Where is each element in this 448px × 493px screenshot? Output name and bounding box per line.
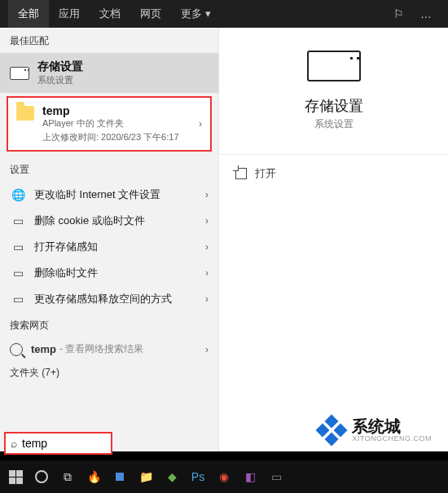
open-action[interactable]: 打开: [219, 154, 448, 192]
best-match-subtitle: 系统设置: [37, 74, 83, 86]
chevron-right-icon: ›: [205, 241, 209, 253]
feedback-icon[interactable]: ⚐: [385, 7, 412, 20]
chevron-right-icon: ›: [205, 215, 209, 227]
tab-apps[interactable]: 应用: [49, 0, 90, 28]
settings-item-delete-cookies[interactable]: ▭ 删除 cookie 或临时文件 ›: [0, 208, 218, 234]
results-panel: 最佳匹配 存储设置 系统设置 temp APlayer 中的 文件夹 上次修改时…: [0, 28, 219, 451]
preview-title: 存储设置: [305, 96, 363, 116]
top-tab-bar: 全部 应用 文档 网页 更多 ▾ ⚐ …: [0, 0, 448, 28]
chevron-right-icon: ›: [205, 267, 209, 279]
settings-item-label: 更改临时 Internet 文件设置: [34, 187, 160, 202]
folder-location: APlayer 中的 文件夹: [42, 117, 179, 130]
task-view-icon[interactable]: ⧉: [59, 468, 77, 486]
folder-icon: [16, 106, 34, 121]
wechat-icon[interactable]: ◆: [163, 468, 181, 486]
taskbar-app-4[interactable]: ◧: [241, 468, 259, 486]
logo-icon: [318, 416, 345, 444]
drive-icon: ▭: [10, 291, 26, 307]
chevron-right-icon: ›: [205, 189, 209, 200]
search-web-item[interactable]: temp - 查看网络搜索结果 ›: [0, 337, 218, 361]
search-web-query: temp: [31, 343, 56, 355]
search-icon: ⌕: [11, 437, 17, 450]
drive-icon: ▭: [10, 213, 26, 229]
tab-more[interactable]: 更多 ▾: [171, 0, 221, 28]
logo-text-en: XITONGCHENG.COM: [352, 434, 432, 442]
search-web-label: 搜索网页: [0, 312, 218, 337]
best-match-item[interactable]: 存储设置 系统设置: [0, 53, 218, 93]
logo-text-cn: 系统城: [352, 418, 432, 434]
settings-item-storage-sense-config[interactable]: ▭ 更改存储感知释放空间的方式 ›: [0, 286, 218, 312]
tab-web[interactable]: 网页: [130, 0, 171, 28]
tab-all[interactable]: 全部: [8, 0, 49, 28]
settings-item-label: 打开存储感知: [34, 240, 98, 254]
drive-icon: ▭: [10, 239, 26, 255]
taskbar-app-5[interactable]: ▭: [267, 468, 285, 486]
chevron-right-icon: ›: [205, 293, 209, 305]
storage-large-icon: [307, 51, 361, 81]
settings-item-delete-temp[interactable]: ▭ 删除临时文件 ›: [0, 260, 218, 286]
best-match-label: 最佳匹配: [0, 28, 218, 53]
photoshop-icon[interactable]: Ps: [189, 468, 207, 486]
taskbar-app-1[interactable]: 🔥: [85, 468, 103, 486]
cortana-icon[interactable]: [33, 468, 51, 486]
preview-panel: 存储设置 系统设置 打开: [219, 28, 448, 451]
taskbar-app-2[interactable]: [111, 468, 129, 486]
best-match-title: 存储设置: [37, 59, 83, 74]
open-icon: [235, 168, 247, 179]
start-button[interactable]: [7, 468, 24, 486]
open-label: 打开: [255, 166, 276, 181]
taskbar-app-3[interactable]: ◉: [215, 468, 233, 486]
chevron-right-icon: ›: [199, 118, 202, 130]
folder-name: temp: [42, 104, 179, 117]
preview-subtitle: 系统设置: [314, 117, 354, 131]
globe-icon: 🌐: [10, 187, 26, 203]
more-icon[interactable]: …: [412, 7, 440, 20]
folder-result[interactable]: temp APlayer 中的 文件夹 上次修改时间: 2020/6/23 下午…: [7, 96, 212, 152]
folders-count-label: 文件夹 (7+): [0, 361, 218, 383]
tab-documents[interactable]: 文档: [90, 0, 130, 28]
search-box[interactable]: ⌕: [4, 432, 112, 455]
settings-item-label: 删除 cookie 或临时文件: [34, 213, 145, 228]
drive-icon: ▭: [10, 265, 26, 281]
search-web-hint: - 查看网络搜索结果: [59, 342, 143, 356]
storage-icon: [10, 67, 29, 80]
taskbar: ⧉ 🔥 📁 ◆ Ps ◉ ◧ ▭: [0, 460, 448, 493]
settings-item-label: 删除临时文件: [34, 266, 98, 280]
folder-modified: 上次修改时间: 2020/6/23 下午6:17: [42, 131, 179, 143]
settings-item-storage-sense[interactable]: ▭ 打开存储感知 ›: [0, 234, 218, 260]
settings-item-label: 更改存储感知释放空间的方式: [34, 292, 172, 306]
search-icon: [10, 343, 23, 356]
chevron-right-icon: ›: [205, 344, 209, 355]
settings-item-internet-temp[interactable]: 🌐 更改临时 Internet 文件设置 ›: [0, 182, 218, 208]
explorer-icon[interactable]: 📁: [137, 468, 155, 486]
watermark-logo: 系统城 XITONGCHENG.COM: [318, 416, 432, 444]
settings-label: 设置: [0, 156, 218, 182]
search-input[interactable]: [22, 437, 95, 450]
